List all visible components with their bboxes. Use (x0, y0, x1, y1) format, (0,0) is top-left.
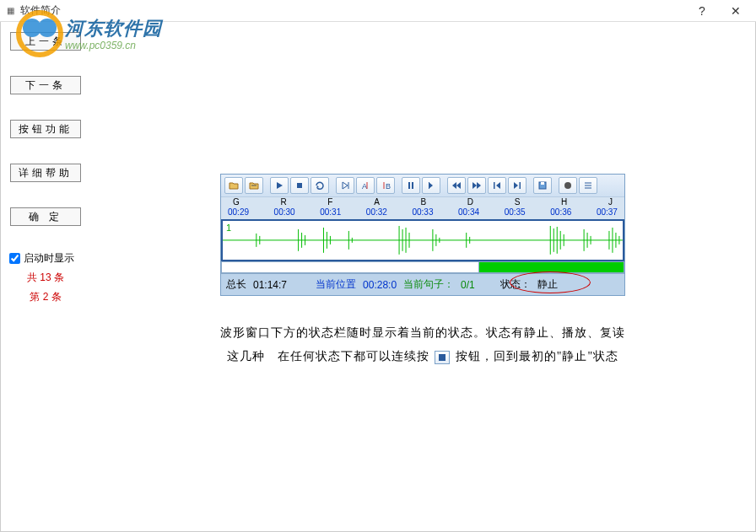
pause-icon[interactable] (402, 177, 420, 194)
play-icon[interactable] (270, 177, 289, 194)
svg-text:B: B (386, 182, 391, 191)
button-functions[interactable]: 按钮功能 (10, 120, 81, 138)
rewind-icon[interactable] (447, 177, 466, 194)
prev-track-icon[interactable] (488, 177, 506, 194)
record-icon[interactable] (559, 177, 577, 194)
svg-rect-8 (429, 182, 429, 189)
list-icon[interactable] (579, 177, 597, 194)
mark-a-icon[interactable]: A (356, 177, 375, 194)
watermark: 河东软件园 www.pc0359.cn (16, 10, 162, 57)
svg-rect-6 (408, 182, 410, 189)
player-toolbar: A B (221, 175, 624, 197)
close-button[interactable]: ✕ (719, 1, 753, 21)
state-value: 静止 (537, 277, 558, 292)
position-value: 00:28:0 (363, 279, 397, 291)
content-area: 河东软件园 www.pc0359.cn A B (90, 22, 755, 531)
svg-rect-9 (494, 182, 495, 189)
show-on-startup-checkbox[interactable]: 启动时显示 (9, 251, 82, 266)
time-ruler: G R F A B D S H J 00:29 00:30 00:31 00:3… (221, 197, 624, 219)
next-track-icon[interactable] (508, 177, 526, 194)
next-button[interactable]: 下一条 (10, 76, 81, 94)
waveform-display[interactable]: 1 (221, 219, 624, 261)
svg-rect-0 (297, 183, 302, 188)
total-length-label: 总长 (226, 277, 246, 292)
play-segment-icon[interactable] (336, 177, 354, 194)
watermark-url: www.pc0359.cn (65, 40, 162, 51)
total-count: 共 13 条 (8, 271, 84, 285)
sentence-value: 0/1 (461, 279, 475, 291)
sidebar: 上一条 下一条 按钮功能 详细帮助 确 定 启动时显示 共 13 条 第 2 条 (1, 22, 90, 531)
state-label: 状态： (500, 277, 531, 292)
svg-text:A: A (362, 182, 367, 191)
open-folder-icon[interactable] (224, 177, 243, 194)
waveform-svg (223, 221, 623, 260)
svg-rect-10 (520, 182, 521, 189)
detailed-help[interactable]: 详细帮助 (10, 164, 81, 182)
show-checkbox-input[interactable] (9, 253, 20, 264)
svg-rect-7 (412, 182, 413, 189)
position-label: 当前位置 (316, 277, 356, 292)
stop-icon[interactable] (290, 177, 309, 194)
help-button[interactable]: ? (685, 1, 719, 21)
watermark-logo (16, 10, 63, 57)
show-checkbox-label: 启动时显示 (24, 251, 74, 266)
sentence-label: 当前句子： (403, 277, 454, 292)
stop-button-inline-icon (435, 351, 450, 364)
open-file-icon[interactable] (245, 177, 263, 194)
status-bar: 总长 01:14:7 当前位置 00:28:0 当前句子： 0/1 状态： 静止 (221, 273, 624, 295)
step-icon[interactable] (422, 177, 440, 194)
app-icon: ▦ (3, 4, 17, 18)
svg-rect-12 (541, 182, 544, 185)
audio-player-panel: A B G R F A (220, 174, 625, 296)
mark-b-icon[interactable]: B (376, 177, 395, 194)
loop-icon[interactable] (310, 177, 329, 194)
total-length-value: 01:14:7 (253, 279, 287, 291)
current-index: 第 2 条 (8, 290, 84, 304)
ffwd-icon[interactable] (467, 177, 486, 194)
watermark-text: 河东软件园 (65, 16, 162, 41)
ok-button[interactable]: 确 定 (10, 207, 81, 226)
progress-bar[interactable] (221, 261, 624, 273)
svg-point-13 (564, 182, 571, 189)
description-text: 波形窗口下方的状态栏随时显示着当前的状态。状态有静止、播放、复读 这几种 在任何… (195, 321, 651, 368)
save-icon[interactable] (533, 177, 552, 194)
